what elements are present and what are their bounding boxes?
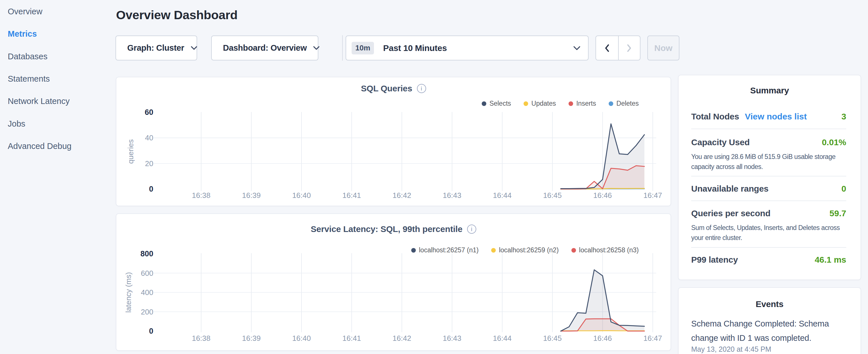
service-latency-plot[interactable]: 020040060080016:3816:3916:4016:4116:4216…: [116, 214, 671, 350]
svg-text:16:44: 16:44: [493, 191, 512, 200]
svg-text:16:41: 16:41: [342, 191, 361, 200]
summary-row-description: Sum of Selects, Updates, Inserts, and De…: [691, 223, 846, 243]
chevron-right-icon: [626, 44, 632, 53]
summary-row: P99 latency46.1 ms: [691, 255, 846, 265]
summary-divider: [691, 200, 846, 201]
sidebar-item-overview[interactable]: Overview: [8, 6, 42, 17]
svg-text:16:38: 16:38: [192, 334, 210, 343]
sidebar-item-jobs[interactable]: Jobs: [8, 119, 25, 129]
svg-text:queries: queries: [126, 139, 135, 164]
summary-panel: Summary Total NodesView nodes list3Capac…: [678, 75, 861, 280]
chevron-left-icon: [604, 44, 610, 53]
svg-text:16:39: 16:39: [242, 191, 261, 200]
svg-text:16:42: 16:42: [393, 191, 411, 200]
sidebar-item-statements[interactable]: Statements: [8, 74, 50, 84]
graph-dropdown[interactable]: Graph: Cluster: [116, 35, 197, 60]
svg-text:16:41: 16:41: [342, 334, 361, 343]
summary-row-value: 0.01%: [822, 137, 846, 147]
time-window-selector[interactable]: 10m Past 10 Minutes: [346, 35, 589, 60]
svg-text:60: 60: [145, 108, 153, 117]
time-window-label: Past 10 Minutes: [383, 43, 447, 53]
sidebar-item-metrics[interactable]: Metrics: [8, 29, 37, 39]
graph-dropdown-label: Graph: Cluster: [127, 43, 184, 53]
summary-row: Total NodesView nodes list3: [691, 112, 846, 122]
summary-row-title: Unavailable ranges: [691, 184, 769, 194]
summary-row-title: Total Nodes: [691, 112, 739, 122]
next-time-button[interactable]: [618, 36, 640, 60]
svg-text:16:47: 16:47: [643, 191, 662, 200]
sql-queries-plot[interactable]: 020406016:3816:3916:4016:4116:4216:4316:…: [116, 77, 671, 206]
svg-text:16:46: 16:46: [593, 334, 612, 343]
service-latency-chart-card: Service Latency: SQL, 99th percentile i …: [116, 213, 671, 351]
summary-row-title: Capacity Used: [691, 137, 750, 147]
dashboard-dropdown[interactable]: Dashboard: Overview: [211, 35, 318, 60]
svg-text:16:43: 16:43: [443, 334, 461, 343]
summary-divider: [691, 176, 846, 176]
summary-row-value: 46.1 ms: [815, 255, 846, 265]
sidebar-item-databases[interactable]: Databases: [8, 51, 48, 62]
event-message[interactable]: Schema Change Completed: Schema change w…: [691, 317, 848, 345]
view-nodes-list-link[interactable]: View nodes list: [745, 112, 807, 122]
time-step-buttons: [595, 35, 641, 60]
summary-row-value: 3: [841, 112, 846, 122]
svg-text:16:43: 16:43: [443, 191, 461, 200]
svg-text:0: 0: [149, 185, 153, 193]
svg-text:600: 600: [141, 269, 153, 278]
sidebar: OverviewMetricsDatabasesStatementsNetwor…: [0, 0, 116, 354]
svg-text:16:44: 16:44: [493, 334, 512, 343]
page-title: Overview Dashboard: [116, 8, 238, 22]
event-timestamp: May 13, 2020 at 4:45 PM: [691, 345, 771, 353]
svg-text:400: 400: [141, 288, 153, 297]
svg-text:16:40: 16:40: [292, 334, 311, 343]
svg-text:16:38: 16:38: [192, 191, 210, 200]
summary-row: Unavailable ranges0: [691, 184, 846, 194]
now-button-label: Now: [654, 43, 672, 53]
dashboard-dropdown-label: Dashboard: Overview: [223, 43, 307, 53]
now-button[interactable]: Now: [647, 35, 679, 60]
svg-text:16:39: 16:39: [242, 334, 261, 343]
summary-row: Capacity Used0.01%You are using 28.6 MiB…: [691, 137, 846, 172]
prev-time-button[interactable]: [596, 36, 618, 60]
svg-text:16:45: 16:45: [543, 191, 562, 200]
svg-text:latency (ms): latency (ms): [124, 272, 133, 313]
summary-heading: Summary: [679, 86, 861, 95]
summary-divider: [691, 247, 846, 248]
chevron-down-icon: [573, 46, 581, 51]
sidebar-item-advanced-debug[interactable]: Advanced Debug: [8, 141, 72, 151]
summary-row-title: P99 latency: [691, 255, 738, 265]
sql-queries-chart-card: SQL Queries i SelectsUpdatesInsertsDelet…: [116, 77, 671, 206]
svg-text:16:45: 16:45: [543, 334, 562, 343]
svg-text:16:42: 16:42: [393, 334, 411, 343]
summary-row-value: 59.7: [830, 208, 846, 218]
summary-row: Queries per second59.7Sum of Selects, Up…: [691, 208, 846, 243]
time-window-badge: 10m: [351, 42, 374, 55]
svg-text:16:46: 16:46: [593, 191, 612, 200]
summary-row-description: You are using 28.6 MiB of 515.9 GiB usab…: [691, 152, 846, 172]
events-heading: Events: [679, 299, 861, 309]
svg-text:20: 20: [145, 159, 153, 168]
events-panel: Events Schema Change Completed: Schema c…: [678, 287, 861, 354]
summary-row-title: Queries per second: [691, 208, 771, 218]
summary-divider: [691, 129, 846, 129]
svg-text:16:47: 16:47: [643, 334, 662, 343]
svg-text:40: 40: [145, 133, 153, 142]
toolbar-divider: [342, 35, 343, 61]
svg-text:16:40: 16:40: [292, 191, 311, 200]
svg-text:0: 0: [149, 327, 153, 335]
summary-row-value: 0: [841, 184, 846, 194]
svg-text:200: 200: [141, 308, 153, 316]
svg-text:800: 800: [141, 250, 153, 258]
chevron-down-icon: [313, 46, 320, 50]
chevron-down-icon: [191, 46, 197, 50]
sidebar-item-network-latency[interactable]: Network Latency: [8, 96, 70, 106]
